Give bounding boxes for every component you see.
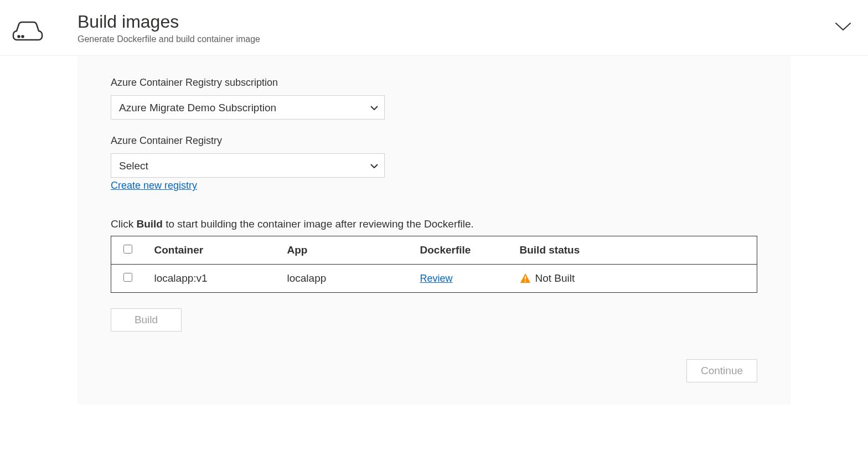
subscription-label: Azure Container Registry subscription bbox=[111, 77, 757, 89]
page-subtitle: Generate Dockerfile and build container … bbox=[78, 34, 835, 44]
review-link[interactable]: Review bbox=[420, 273, 453, 284]
table-row: localapp:v1 localapp Review Not Built bbox=[111, 265, 757, 293]
create-registry-link[interactable]: Create new registry bbox=[111, 180, 197, 191]
app-header: App bbox=[283, 236, 416, 265]
continue-button[interactable]: Continue bbox=[686, 359, 757, 382]
dockerfile-header: Dockerfile bbox=[416, 236, 515, 265]
container-header: Container bbox=[150, 236, 283, 265]
status-text: Not Built bbox=[535, 272, 575, 284]
warning-icon bbox=[520, 273, 531, 284]
page-title: Build images bbox=[78, 11, 835, 32]
svg-point-1 bbox=[22, 36, 24, 38]
subscription-select[interactable]: Azure Migrate Demo Subscription bbox=[111, 95, 385, 120]
build-instruction: Click Build to start building the contai… bbox=[111, 218, 757, 230]
container-cell: localapp:v1 bbox=[150, 265, 283, 293]
select-all-header bbox=[111, 236, 150, 265]
svg-rect-3 bbox=[525, 281, 526, 282]
page-header: Build images Generate Dockerfile and bui… bbox=[0, 0, 868, 56]
registry-label: Azure Container Registry bbox=[111, 135, 757, 147]
row-checkbox[interactable] bbox=[123, 273, 132, 282]
instruction-bold: Build bbox=[136, 218, 163, 230]
select-all-checkbox[interactable] bbox=[123, 245, 132, 253]
instruction-suffix: to start building the container image af… bbox=[163, 218, 474, 230]
status-header: Build status bbox=[515, 236, 757, 265]
build-button[interactable]: Build bbox=[111, 308, 182, 332]
app-cell: localapp bbox=[283, 265, 416, 293]
instruction-prefix: Click bbox=[111, 218, 136, 230]
images-table: Container App Dockerfile Build status lo… bbox=[111, 236, 757, 293]
registry-select[interactable]: Select bbox=[111, 153, 385, 178]
svg-rect-2 bbox=[525, 276, 526, 280]
content-panel: Azure Container Registry subscription Az… bbox=[78, 56, 790, 405]
disk-icon bbox=[11, 20, 44, 42]
svg-point-0 bbox=[18, 36, 20, 38]
collapse-toggle[interactable] bbox=[835, 11, 851, 33]
